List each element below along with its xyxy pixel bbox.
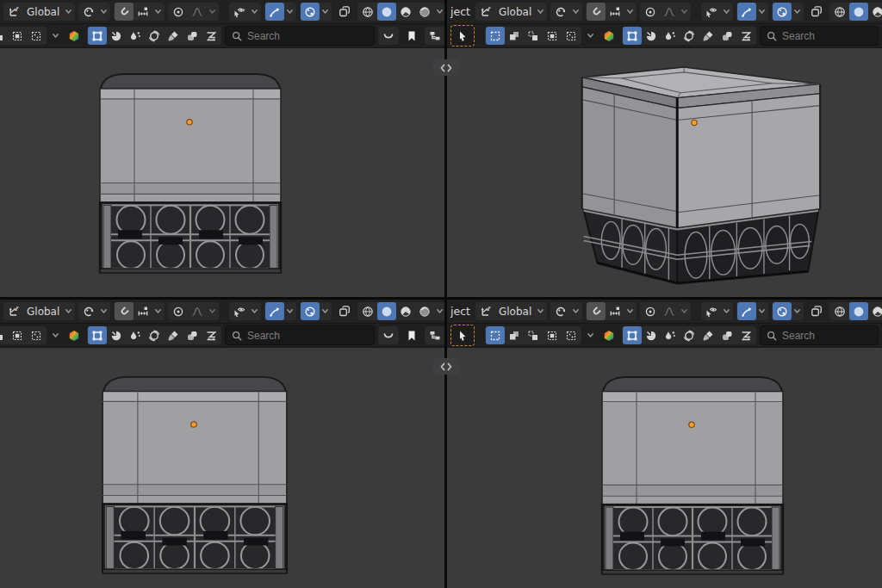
search-input[interactable] (247, 330, 368, 342)
mode-edit-button[interactable] (623, 326, 642, 344)
proportional-editing-toggle[interactable] (641, 3, 660, 21)
mode-weight-paint-button[interactable] (680, 326, 699, 344)
snap-with-icon[interactable] (134, 3, 152, 21)
chevron-down-icon[interactable] (756, 302, 767, 320)
shading-wireframe-button[interactable] (358, 302, 377, 320)
viewport-3d[interactable] (447, 348, 882, 588)
mode-sculpt-button[interactable] (642, 326, 661, 344)
overlays-toggle[interactable] (301, 302, 320, 320)
shading-rendered-button[interactable] (415, 3, 434, 21)
snap-magnet-toggle[interactable] (587, 302, 606, 320)
chevron-down-icon[interactable] (792, 3, 803, 21)
display-mode-dropdown[interactable] (425, 326, 444, 344)
chevron-down-icon[interactable] (756, 3, 767, 21)
search-input[interactable] (782, 30, 872, 42)
snap-with-icon[interactable] (606, 3, 624, 21)
visibility-dropdown[interactable] (701, 302, 733, 320)
mode-weight-paint-button[interactable] (145, 27, 164, 45)
mesh-object[interactable] (594, 370, 791, 579)
proportional-editing-toggle[interactable] (641, 302, 660, 320)
mode-texture-paint-button[interactable] (164, 27, 183, 45)
shading-material-button[interactable] (396, 3, 415, 21)
mode-edit-button[interactable] (88, 326, 107, 344)
mode-edit-button[interactable] (88, 27, 107, 45)
snap-magnet-toggle[interactable] (115, 302, 134, 320)
chevron-down-icon[interactable] (207, 302, 218, 320)
mesh-object[interactable] (560, 60, 829, 289)
overlays-toggle[interactable] (301, 3, 320, 21)
pivot-point-dropdown[interactable] (78, 3, 110, 21)
xray-toggle[interactable] (335, 302, 354, 320)
search-field[interactable] (760, 325, 879, 345)
transform-orientation-dropdown[interactable]: Global (3, 302, 75, 320)
search-field[interactable] (225, 26, 375, 46)
mode-vertex-paint-button[interactable] (661, 27, 680, 45)
falloff-curve-icon[interactable] (188, 3, 207, 21)
viewport-3d[interactable] (447, 48, 882, 297)
state-filter-button[interactable] (378, 27, 399, 45)
chevron-down-icon[interactable] (585, 27, 596, 45)
search-field[interactable] (225, 325, 375, 345)
viewport-3d[interactable] (0, 348, 444, 588)
mode-sculpt-button[interactable] (107, 326, 126, 344)
shading-solid-button[interactable] (377, 3, 396, 21)
object-mode-label-truncated[interactable]: ject (450, 305, 472, 318)
falloff-curve-icon[interactable] (660, 302, 679, 320)
viewport-3d[interactable] (0, 48, 444, 297)
chevron-down-icon[interactable] (679, 302, 690, 320)
visibility-dropdown[interactable] (229, 302, 261, 320)
snap-with-icon[interactable] (134, 302, 152, 320)
mode-pose-button[interactable] (736, 27, 755, 45)
mode-sculpt-button[interactable] (642, 27, 661, 45)
mode-weight-paint-button[interactable] (680, 27, 699, 45)
select-mode-intersect[interactable] (27, 27, 46, 45)
state-filter-button[interactable] (378, 326, 399, 344)
shading-wireframe-button[interactable] (830, 302, 849, 320)
transform-orientation-dropdown[interactable]: Global (475, 302, 547, 320)
mode-weight-paint-button[interactable] (145, 326, 164, 344)
mode-texture-paint-button[interactable] (699, 326, 717, 344)
mode-sculpt-button[interactable] (107, 27, 126, 45)
mesh-data-hexagon-icon[interactable] (599, 27, 618, 45)
object-mode-label-truncated[interactable]: ject (450, 5, 472, 18)
bookmark-button[interactable] (402, 326, 421, 344)
pivot-point-dropdown[interactable] (550, 3, 582, 21)
mesh-object[interactable] (92, 67, 289, 277)
chevron-down-icon[interactable] (792, 302, 803, 320)
pivot-point-dropdown[interactable] (78, 302, 110, 320)
gizmos-toggle[interactable] (737, 302, 756, 320)
shading-material-button[interactable] (868, 302, 882, 320)
proportional-editing-toggle[interactable] (169, 3, 188, 21)
transform-orientation-dropdown[interactable]: Global (475, 3, 547, 21)
chevron-down-icon[interactable] (284, 302, 295, 320)
mesh-object[interactable] (95, 370, 295, 578)
area-divider-vertical[interactable] (444, 0, 447, 588)
chevron-down-icon[interactable] (434, 3, 444, 21)
bookmark-button[interactable] (402, 27, 421, 45)
shading-solid-button[interactable] (377, 302, 396, 320)
select-mode-subtract[interactable] (524, 326, 543, 344)
mesh-data-hexagon-icon[interactable] (65, 326, 84, 344)
select-mode-intersect[interactable] (27, 326, 46, 344)
chevron-down-icon[interactable] (624, 3, 636, 21)
visibility-dropdown[interactable] (229, 3, 261, 21)
search-input[interactable] (247, 30, 368, 42)
select-mode-subtract[interactable] (0, 326, 8, 344)
select-mode-new[interactable] (486, 326, 505, 344)
mode-texture-paint-button[interactable] (164, 326, 183, 344)
mesh-data-hexagon-icon[interactable] (599, 326, 618, 344)
active-tool-select-box[interactable] (450, 325, 475, 346)
snap-magnet-toggle[interactable] (115, 3, 134, 21)
active-tool-select-box[interactable] (450, 25, 475, 46)
chevron-down-icon[interactable] (624, 302, 636, 320)
select-mode-intersect[interactable] (562, 27, 581, 45)
chevron-down-icon[interactable] (284, 3, 295, 21)
mode-pose-button[interactable] (202, 326, 220, 344)
select-mode-extend[interactable] (505, 326, 524, 344)
shading-material-button[interactable] (868, 3, 882, 21)
snap-with-icon[interactable] (606, 302, 624, 320)
shading-solid-button[interactable] (849, 302, 868, 320)
visibility-dropdown[interactable] (701, 3, 733, 21)
select-mode-subtract[interactable] (524, 27, 543, 45)
xray-toggle[interactable] (807, 302, 826, 320)
